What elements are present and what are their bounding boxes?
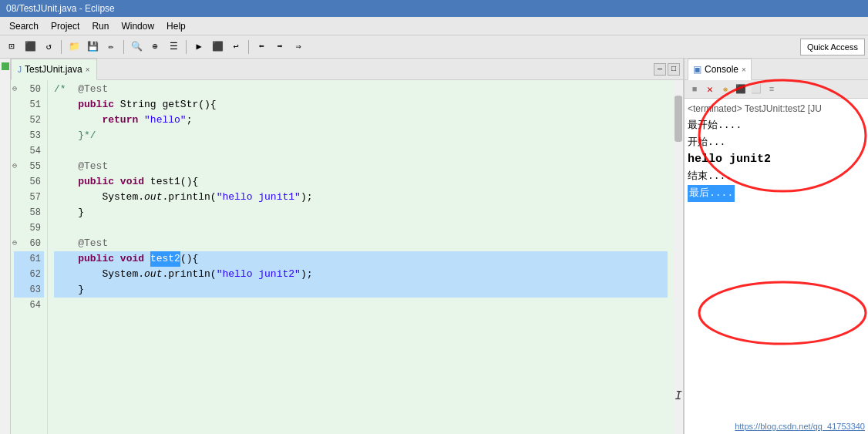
toolbar-btn-13[interactable]: ⬅ bbox=[253, 39, 270, 56]
code-area[interactable]: 50 51 52 53 54 55 56 57 58 59 60 61 62 6… bbox=[11, 80, 683, 434]
editor-tab-close[interactable]: × bbox=[86, 66, 90, 74]
editor-tab-controls: — □ bbox=[654, 63, 683, 76]
toolbar-sep-4 bbox=[248, 40, 249, 54]
editor-maximize-btn[interactable]: □ bbox=[668, 63, 680, 76]
console-content: <terminated> TestJUnit:test2 [JU 最开始....… bbox=[685, 99, 868, 434]
title-bar: 08/TestJUnit.java - Eclipse bbox=[0, 0, 868, 17]
toolbar-btn-2[interactable]: ⬛ bbox=[22, 39, 39, 56]
code-line-59 bbox=[54, 220, 668, 236]
scroll-thumb[interactable] bbox=[675, 96, 682, 142]
menu-search[interactable]: Search bbox=[3, 19, 45, 33]
code-line-51: public String getStr(){ bbox=[54, 97, 668, 113]
console-btn-terminate[interactable]: ✕ bbox=[703, 82, 717, 96]
toolbar-btn-11[interactable]: ⬛ bbox=[209, 39, 226, 56]
line-55: 55 bbox=[14, 159, 44, 174]
line-58: 58 bbox=[14, 205, 44, 220]
console-tab[interactable]: ▣ Console × bbox=[688, 59, 752, 80]
line-62: 62 bbox=[14, 267, 44, 282]
line-57: 57 bbox=[14, 190, 44, 205]
window-title: 08/TestJUnit.java - Eclipse bbox=[6, 3, 115, 14]
console-toolbar: ■ ✕ ❋ ⬛ ⬜ ≡ bbox=[685, 80, 868, 99]
console-line-1: 最开始.... bbox=[688, 117, 865, 134]
main-content: J TestJUnit.java × — □ 50 51 52 53 54 55… bbox=[0, 59, 868, 434]
editor-tab-bar: J TestJUnit.java × — □ bbox=[11, 59, 683, 80]
line-53: 53 bbox=[14, 128, 44, 143]
console-btn-copy[interactable]: ⬜ bbox=[749, 82, 763, 96]
line-61: 61 bbox=[14, 251, 44, 267]
code-line-64 bbox=[54, 298, 668, 313]
line-50: 50 bbox=[14, 82, 44, 97]
toolbar-sep-1 bbox=[61, 40, 62, 54]
toolbar-sep-2 bbox=[123, 40, 124, 54]
console-line-4: 结束.... bbox=[688, 168, 865, 185]
menu-project[interactable]: Project bbox=[45, 19, 86, 33]
code-line-60: @Test bbox=[54, 236, 668, 251]
line-numbers: 50 51 52 53 54 55 56 57 58 59 60 61 62 6… bbox=[11, 80, 48, 434]
editor-scrollbar[interactable]: I bbox=[674, 80, 683, 434]
console-btn-stop-bg[interactable]: ■ bbox=[688, 82, 701, 96]
code-line-56: public void test1(){ bbox=[54, 174, 668, 190]
editor-panel: J TestJUnit.java × — □ 50 51 52 53 54 55… bbox=[11, 59, 683, 434]
toolbar-btn-1[interactable]: ⊡ bbox=[3, 39, 20, 56]
toolbar-btn-3[interactable]: ↺ bbox=[40, 39, 57, 56]
menu-window[interactable]: Window bbox=[115, 19, 160, 33]
code-line-63: } bbox=[54, 282, 668, 298]
editor-tab[interactable]: J TestJUnit.java × bbox=[11, 59, 97, 80]
code-line-53: }*/ bbox=[54, 128, 668, 143]
code-line-54 bbox=[54, 143, 668, 159]
console-line-5: 最后.... bbox=[688, 185, 865, 202]
line-51: 51 bbox=[14, 97, 44, 113]
code-line-52: return "hello"; bbox=[54, 113, 668, 128]
gutter-green-marker bbox=[2, 62, 9, 70]
toolbar-btn-15[interactable]: ⇒ bbox=[290, 39, 307, 56]
java-file-icon: J bbox=[18, 66, 22, 74]
menu-run[interactable]: Run bbox=[86, 19, 115, 33]
toolbar-btn-9[interactable]: ☰ bbox=[165, 39, 182, 56]
line-64: 64 bbox=[14, 298, 44, 313]
console-line-terminated: <terminated> TestJUnit:test2 [JU bbox=[688, 100, 865, 117]
code-line-57: System.out.println("hello junit1"); bbox=[54, 190, 668, 205]
editor-tab-label: TestJUnit.java bbox=[25, 64, 82, 75]
console-tab-label: Console bbox=[705, 64, 738, 75]
terminated-text: <terminated> TestJUnit:test2 [JU bbox=[688, 100, 822, 117]
console-line-2: 开始... bbox=[688, 134, 865, 151]
console-text-4: 结束.... bbox=[688, 168, 732, 185]
quick-access-button[interactable]: Quick Access bbox=[800, 39, 865, 56]
menu-bar: Search Project Run Window Help bbox=[0, 17, 868, 35]
code-line-62: System.out.println("hello junit2"); bbox=[54, 267, 668, 282]
toolbar-btn-4[interactable]: 📁 bbox=[66, 39, 82, 56]
line-56: 56 bbox=[14, 174, 44, 190]
editor-minimize-btn[interactable]: — bbox=[654, 63, 666, 76]
console-panel: ▣ Console × ■ ✕ ❋ ⬛ ⬜ ≡ <terminated> Tes… bbox=[683, 59, 868, 434]
console-btn-menu[interactable]: ≡ bbox=[765, 82, 779, 96]
toolbar-btn-8[interactable]: ⊕ bbox=[146, 39, 163, 56]
toolbar-sep-3 bbox=[186, 40, 187, 54]
line-54: 54 bbox=[14, 143, 44, 159]
console-tab-icon: ▣ bbox=[693, 64, 701, 75]
console-line-3: hello junit2 bbox=[688, 151, 865, 168]
console-text-highlighted: 最后.... bbox=[688, 185, 735, 202]
toolbar-btn-5[interactable]: 💾 bbox=[84, 39, 101, 56]
code-line-55: @Test bbox=[54, 159, 668, 174]
console-watermark: https://blog.csdn.net/qq_41753340 bbox=[735, 422, 865, 431]
console-btn-clear[interactable]: ❋ bbox=[718, 82, 732, 96]
console-tab-close[interactable]: × bbox=[742, 66, 746, 74]
left-gutter bbox=[0, 59, 11, 434]
line-63: 63 bbox=[14, 282, 44, 298]
line-59: 59 bbox=[14, 220, 44, 236]
toolbar-btn-7[interactable]: 🔍 bbox=[128, 39, 145, 56]
toolbar-btn-14[interactable]: ➡ bbox=[271, 39, 288, 56]
line-52: 52 bbox=[14, 113, 44, 128]
console-btn-scroll[interactable]: ⬛ bbox=[734, 82, 748, 96]
menu-help[interactable]: Help bbox=[160, 19, 192, 33]
line-60: 60 bbox=[14, 236, 44, 251]
toolbar-btn-10[interactable]: ▶ bbox=[190, 39, 207, 56]
code-content[interactable]: /* @Test public String getStr(){ return … bbox=[48, 80, 674, 434]
toolbar-btn-6[interactable]: ✏ bbox=[103, 39, 119, 56]
cursor-indicator: I bbox=[675, 389, 682, 403]
toolbar: ⊡ ⬛ ↺ 📁 💾 ✏ 🔍 ⊕ ☰ ▶ ⬛ ↩ ⬅ ➡ ⇒ Quick Acce… bbox=[0, 35, 868, 59]
console-text-1: 最开始.... bbox=[688, 117, 742, 134]
console-text-3: hello junit2 bbox=[688, 151, 771, 168]
console-tab-bar: ▣ Console × bbox=[685, 59, 868, 80]
toolbar-btn-12[interactable]: ↩ bbox=[227, 39, 244, 56]
